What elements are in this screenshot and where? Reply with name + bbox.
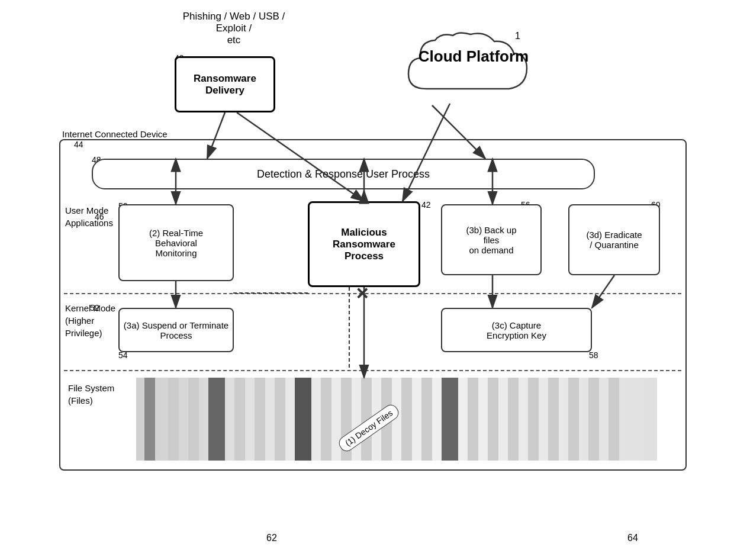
- ref-1: 1: [515, 31, 520, 41]
- ransomware-delivery-box: Ransomware Delivery: [175, 56, 275, 112]
- filesystem-visual: [136, 378, 657, 461]
- user-mode-label: User Mode Applications: [65, 204, 113, 229]
- filesystem-boundary: [64, 370, 681, 371]
- ref-42: 42: [421, 200, 431, 210]
- cloud-platform-label: Cloud Platform: [414, 47, 533, 66]
- kernel-mode-boundary: [64, 293, 681, 294]
- ref-54: 54: [118, 350, 128, 360]
- phishing-label: Phishing / Web / USB / Exploit / etc: [175, 11, 293, 46]
- backup-files-box: (3b) Back up files on demand: [441, 204, 542, 275]
- detection-response-box: Detection & Response User Process: [92, 159, 595, 189]
- ref-46: 46: [95, 212, 104, 221]
- ref-58: 58: [589, 350, 598, 360]
- x-mark: ✕: [355, 284, 369, 304]
- suspend-terminate-box: (3a) Suspend or Terminate Process: [118, 308, 234, 352]
- internet-device-label: Internet Connected Device: [62, 129, 168, 139]
- ref-62: 62: [266, 533, 277, 543]
- cloud-shape: [403, 30, 533, 107]
- diagram-container: Cloud Platform 1 Phishing / Web / USB / …: [0, 0, 734, 560]
- realtime-monitoring-box: (2) Real-Time Behavioral Monitoring: [118, 204, 234, 281]
- ref-64: 64: [627, 533, 638, 543]
- capture-encryption-box: (3c) Capture Encryption Key: [441, 308, 592, 352]
- ref-52: 52: [90, 303, 99, 313]
- filesystem-label: File System (Files): [68, 382, 114, 407]
- eradicate-box: (3d) Eradicate / Quarantine: [568, 204, 660, 275]
- malicious-ransomware-box: Malicious Ransomware Process: [308, 201, 420, 287]
